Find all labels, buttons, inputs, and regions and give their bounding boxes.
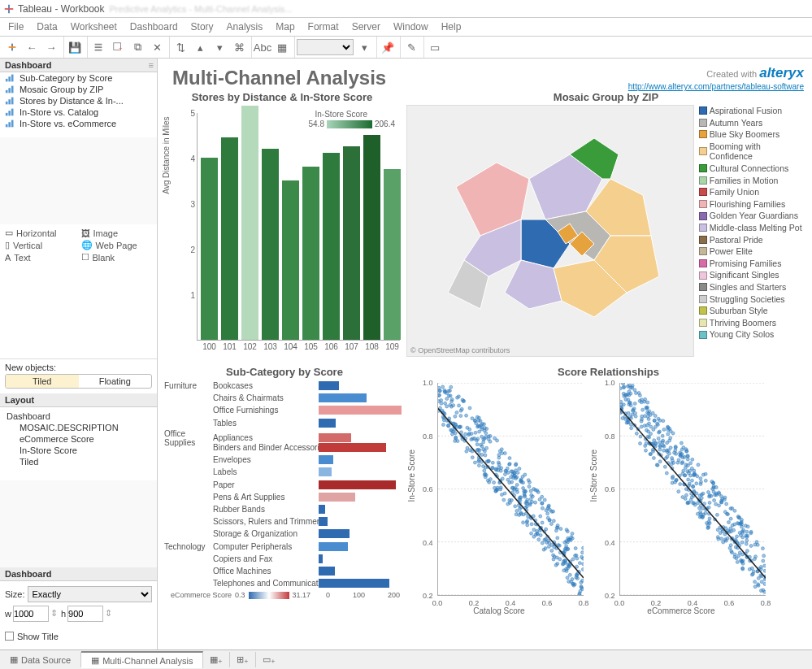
- tab-tiled[interactable]: Tiled: [6, 375, 79, 388]
- svg-point-657: [667, 452, 671, 455]
- obj-horizontal[interactable]: ▭ Horizontal: [5, 228, 76, 238]
- svg-point-861: [679, 483, 682, 486]
- svg-point-867: [740, 520, 743, 523]
- window-titlebar: Tableau - Workbook Predictive Analytics …: [0, 0, 812, 18]
- presentation-icon[interactable]: ▭: [426, 38, 444, 56]
- layout-ecommerce[interactable]: eCommerce Score: [5, 433, 152, 445]
- clear-icon[interactable]: ✕: [148, 38, 166, 56]
- sheet-subcategory-by-score[interactable]: Sub-Category by Score: [0, 72, 157, 84]
- svg-point-691: [723, 538, 727, 541]
- svg-point-275: [462, 399, 466, 402]
- choropleth-map[interactable]: © OpenStreetMap contributors: [406, 105, 694, 357]
- save-icon[interactable]: 💾: [66, 38, 84, 56]
- svg-point-545: [682, 469, 685, 472]
- sheet-stores-by-distance[interactable]: Stores by Distance & In-...: [0, 95, 157, 106]
- obj-text[interactable]: A Text: [5, 252, 76, 263]
- menu-analysis[interactable]: Analysis: [220, 20, 270, 34]
- tab-data-source[interactable]: ▦ Data Source: [0, 652, 81, 667]
- back-button[interactable]: ←: [23, 38, 41, 56]
- sort-desc-icon[interactable]: ▾: [211, 38, 228, 56]
- svg-point-597: [723, 532, 727, 536]
- svg-point-731: [630, 427, 633, 430]
- expand-icon[interactable]: ≡: [149, 60, 154, 70]
- svg-point-110: [455, 411, 458, 415]
- new-dashboard-tab[interactable]: ⊞₊: [230, 652, 256, 667]
- group-icon[interactable]: ⌘: [230, 38, 248, 56]
- svg-point-426: [579, 589, 582, 593]
- menu-data[interactable]: Data: [30, 20, 63, 34]
- svg-point-809: [643, 415, 646, 418]
- scatter-instore-vs-catalog[interactable]: In-Store Score Catalog Score 0.20.40.60.…: [411, 380, 587, 615]
- labels-icon[interactable]: Abc: [254, 38, 271, 56]
- svg-point-329: [466, 446, 469, 450]
- tableau-logo-icon[interactable]: [3, 38, 21, 56]
- obj-vertical[interactable]: ▯ Vertical: [5, 240, 76, 250]
- menu-dashboard[interactable]: Dashboard: [124, 20, 185, 34]
- svg-point-378: [534, 501, 537, 504]
- width-input[interactable]: [13, 606, 49, 622]
- svg-point-284: [532, 488, 536, 491]
- menu-map[interactable]: Map: [269, 20, 301, 34]
- pin-icon[interactable]: 📌: [379, 38, 397, 56]
- menu-file[interactable]: File: [2, 20, 30, 34]
- highlight-icon[interactable]: ✎: [402, 38, 420, 56]
- menu-format[interactable]: Format: [302, 20, 345, 34]
- swap-icon[interactable]: ⇅: [172, 38, 189, 56]
- sheet-instore-vs-catalog[interactable]: In-Store vs. Catalog: [0, 106, 157, 118]
- svg-point-402: [528, 484, 531, 488]
- sheet-mosaic-group[interactable]: Mosaic Group by ZIP: [0, 84, 157, 95]
- dashboard-panel-head[interactable]: Dashboard≡: [0, 59, 157, 72]
- new-worksheet-icon[interactable]: +: [109, 38, 127, 56]
- tab-floating[interactable]: Floating: [79, 375, 152, 388]
- alteryx-link[interactable]: http://www.alteryx.com/partners/tableau-…: [628, 82, 804, 91]
- svg-point-680: [712, 486, 715, 489]
- new-story-tab[interactable]: ▭₊: [256, 652, 282, 667]
- menu-window[interactable]: Window: [387, 20, 435, 34]
- layout-mosaic[interactable]: MOSAIC.DESCRIPTION: [5, 422, 152, 433]
- svg-point-661: [658, 419, 662, 422]
- menu-server[interactable]: Server: [345, 20, 387, 34]
- menu-worksheet[interactable]: Worksheet: [64, 20, 124, 34]
- height-input[interactable]: [67, 606, 103, 622]
- svg-point-353: [550, 549, 554, 552]
- menu-help[interactable]: Help: [435, 20, 468, 34]
- size-select[interactable]: Exactly: [28, 586, 152, 602]
- fit-dropdown[interactable]: [297, 39, 354, 55]
- layout-dashboard[interactable]: Dashboard: [5, 411, 152, 422]
- dashboard-props-head[interactable]: Dashboard: [0, 567, 157, 581]
- doc-name: Workbook: [61, 3, 105, 15]
- layout-instore[interactable]: In-Store Score: [5, 445, 152, 456]
- dropdown-arrow-icon[interactable]: ▾: [355, 38, 373, 56]
- sort-asc-icon[interactable]: ▴: [191, 38, 209, 56]
- svg-point-894: [691, 458, 694, 461]
- svg-point-838: [707, 520, 710, 523]
- obj-image[interactable]: 🖼 Image: [81, 228, 153, 238]
- svg-point-451: [519, 480, 523, 483]
- sheet-instore-vs-ecommerce[interactable]: In-Store vs. eCommerce: [0, 118, 157, 129]
- obj-blank[interactable]: ☐ Blank: [81, 252, 153, 263]
- new-datasource-icon[interactable]: [89, 38, 107, 56]
- svg-point-330: [475, 415, 479, 419]
- duplicate-icon[interactable]: ⧉: [128, 38, 146, 56]
- align-icon[interactable]: ▦: [273, 38, 291, 56]
- svg-point-212: [546, 512, 549, 515]
- svg-point-854: [715, 513, 719, 516]
- svg-point-239: [581, 567, 584, 571]
- svg-point-694: [733, 509, 736, 512]
- svg-point-876: [745, 542, 748, 545]
- svg-point-727: [718, 504, 721, 507]
- show-title-checkbox[interactable]: [5, 632, 14, 641]
- layout-panel-head[interactable]: Layout: [0, 393, 157, 407]
- svg-point-789: [667, 432, 670, 436]
- forward-button[interactable]: →: [42, 38, 60, 56]
- svg-point-635: [639, 435, 642, 438]
- obj-webpage[interactable]: 🌐 Web Page: [81, 240, 153, 250]
- svg-point-477: [737, 554, 740, 558]
- layout-tiled[interactable]: Tiled: [5, 456, 152, 467]
- dashboard-canvas: Multi-Channel Analysis Created with alte…: [158, 59, 812, 649]
- svg-point-215: [530, 493, 533, 497]
- scatter-instore-vs-ecommerce[interactable]: In-Store Score eCommerce Score 0.20.40.6…: [593, 380, 769, 615]
- menu-story[interactable]: Story: [185, 20, 220, 34]
- new-worksheet-tab[interactable]: ▦₊: [203, 652, 230, 667]
- tab-multi-channel[interactable]: ▦ Multi-Channel Analysis: [81, 651, 203, 668]
